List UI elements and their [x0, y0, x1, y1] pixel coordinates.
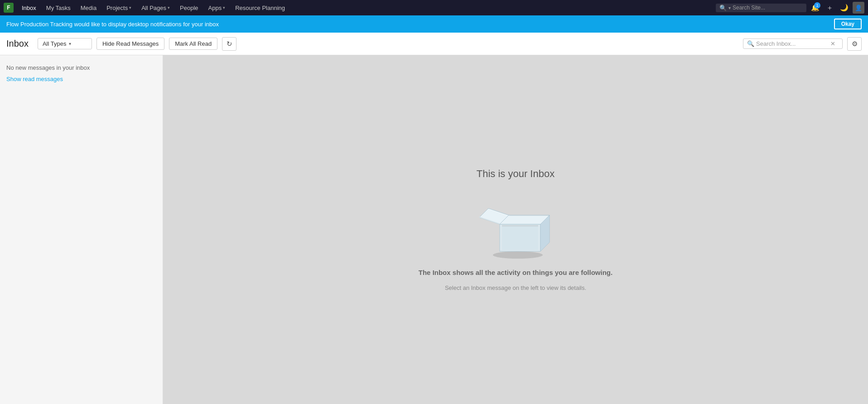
mark-all-read-button[interactable]: Mark All Read: [169, 38, 217, 50]
type-filter-label: All Types: [43, 40, 67, 47]
notification-badge: 1: [814, 2, 820, 9]
notifications-button[interactable]: 🔔 1: [809, 2, 821, 14]
type-filter-arrow-icon: ▾: [69, 41, 71, 46]
search-clear-icon[interactable]: ✕: [830, 40, 835, 47]
type-filter-dropdown[interactable]: All Types ▾: [38, 38, 92, 49]
nav-item-projects[interactable]: Projects ▾: [102, 3, 136, 13]
svg-marker-4: [509, 215, 550, 216]
svg-rect-8: [502, 226, 538, 250]
nav-item-resource-planning[interactable]: Resource Planning: [231, 3, 289, 13]
no-messages-text: No new messages in your inbox: [6, 64, 156, 71]
refresh-icon: ↻: [227, 40, 232, 48]
inbox-header: Inbox All Types ▾ Hide Read Messages Mar…: [0, 33, 868, 55]
user-avatar-button[interactable]: 👤: [853, 2, 864, 14]
inbox-search[interactable]: 🔍 ✕: [743, 38, 843, 49]
nav-item-all-pages[interactable]: All Pages ▾: [137, 3, 174, 13]
user-status-button[interactable]: 🌙: [838, 2, 850, 14]
apps-arrow-icon: ▾: [223, 5, 225, 10]
app-logo[interactable]: F: [4, 3, 14, 13]
inbox-list-panel: No new messages in your inbox Show read …: [0, 55, 163, 404]
notification-banner: Flow Production Tracking would like to d…: [0, 15, 868, 33]
inbox-search-icon: 🔍: [747, 40, 754, 47]
all-pages-arrow-icon: ▾: [168, 5, 170, 10]
settings-gear-icon: ⚙: [852, 40, 858, 48]
plus-icon: ＋: [826, 4, 833, 12]
show-read-messages-link[interactable]: Show read messages: [6, 76, 63, 82]
nav-item-people[interactable]: People: [175, 3, 203, 13]
site-search-input[interactable]: [733, 5, 796, 11]
nav-item-inbox[interactable]: Inbox: [17, 3, 41, 13]
avatar-icon: 👤: [855, 5, 862, 11]
inbox-settings-button[interactable]: ⚙: [847, 37, 862, 51]
search-dropdown-toggle[interactable]: ▾: [728, 5, 731, 10]
empty-state-description: The Inbox shows all the activity on thin…: [419, 269, 612, 276]
inbox-box-illustration: [475, 188, 556, 260]
inbox-title: Inbox: [6, 38, 29, 49]
notification-banner-text: Flow Production Tracking would like to d…: [6, 21, 829, 28]
empty-state-subtext: Select an Inbox message on the left to v…: [445, 284, 586, 291]
inbox-detail-panel: This is your Inbox: [163, 55, 868, 404]
empty-state-title: This is your Inbox: [477, 168, 555, 180]
refresh-button[interactable]: ↻: [222, 37, 236, 51]
nav-item-apps[interactable]: Apps ▾: [204, 3, 230, 13]
nav-item-media[interactable]: Media: [76, 3, 101, 13]
top-nav: F Inbox My Tasks Media Projects ▾ All Pa…: [0, 0, 868, 15]
svg-marker-7: [502, 225, 538, 226]
svg-point-0: [493, 251, 543, 259]
main-content: No new messages in your inbox Show read …: [0, 55, 868, 404]
site-search[interactable]: 🔍 ▾: [716, 4, 806, 12]
okay-button[interactable]: Okay: [834, 19, 862, 29]
moon-icon: 🌙: [840, 4, 849, 12]
search-icon: 🔍: [719, 5, 727, 11]
nav-item-my-tasks[interactable]: My Tasks: [42, 3, 75, 13]
nav-right-section: 🔍 ▾ 🔔 1 ＋ 🌙 👤: [716, 2, 864, 14]
projects-arrow-icon: ▾: [129, 5, 131, 10]
inbox-search-input[interactable]: [756, 40, 829, 47]
add-button[interactable]: ＋: [824, 2, 835, 14]
hide-read-messages-button[interactable]: Hide Read Messages: [96, 38, 164, 50]
empty-state: This is your Inbox: [419, 168, 612, 291]
